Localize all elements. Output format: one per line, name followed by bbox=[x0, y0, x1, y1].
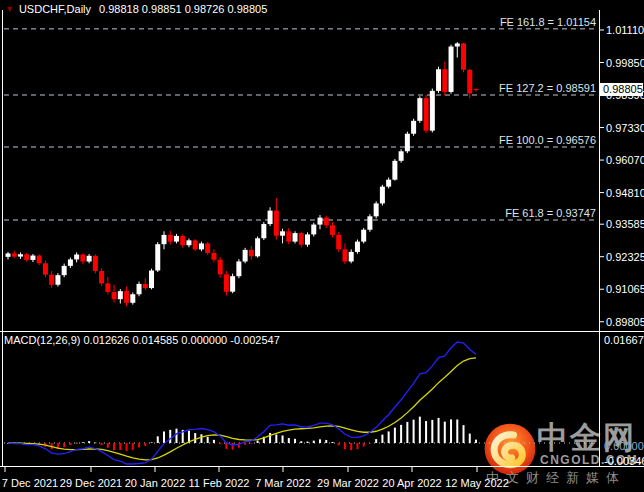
macd-hist-bar bbox=[244, 443, 246, 445]
bull-candle bbox=[255, 238, 260, 256]
macd-hist-bar bbox=[126, 443, 128, 451]
symbol-dropdown-icon[interactable]: ▼ bbox=[5, 4, 14, 14]
bull-candle bbox=[380, 187, 385, 204]
macd-hist-bar bbox=[313, 441, 315, 443]
bear-candle bbox=[342, 249, 347, 261]
macd-hist-bar bbox=[119, 443, 121, 450]
bull-candle bbox=[361, 230, 366, 242]
bear-candle bbox=[299, 233, 304, 245]
macd-hist-bar bbox=[169, 430, 171, 443]
macd-values: MACD(12,26,9) 0.012626 0.014585 0.000000… bbox=[4, 334, 280, 346]
macd-hist-bar bbox=[138, 443, 140, 447]
macd-hist-bar bbox=[257, 441, 259, 443]
bear-candle bbox=[274, 211, 279, 236]
bull-candle bbox=[318, 218, 323, 225]
chart-frame bbox=[0, 10, 644, 467]
bull-candle bbox=[411, 121, 416, 134]
macd-hist-bar bbox=[425, 421, 427, 443]
bull-candle bbox=[280, 231, 285, 235]
bull-candle bbox=[436, 69, 441, 91]
bull-candle bbox=[374, 203, 379, 216]
macd-hist-bar bbox=[394, 428, 396, 443]
bull-candle bbox=[349, 252, 354, 262]
axis-text: FE 127.2 = 0.98591 bbox=[499, 82, 596, 94]
bull-candle bbox=[30, 256, 35, 260]
macd-hist-bar bbox=[319, 439, 321, 443]
macd-label: MACD(12,26,9) 0.012626 0.014585 0.000000… bbox=[4, 334, 280, 346]
macd-hist-bar bbox=[450, 419, 452, 443]
macd-hist-bar bbox=[82, 442, 84, 443]
bull-candle bbox=[137, 284, 142, 294]
macd-hist-bar bbox=[101, 443, 103, 445]
bear-candle bbox=[180, 236, 185, 245]
macd-hist-bar bbox=[157, 436, 159, 443]
macd-hist-bar bbox=[269, 433, 271, 443]
bull-candle bbox=[62, 266, 67, 275]
macd-hist-bar bbox=[175, 429, 177, 443]
macd-hist-bar bbox=[325, 440, 327, 443]
macd-hist-bar bbox=[413, 420, 415, 443]
bear-candle bbox=[467, 70, 472, 94]
macd-main-line bbox=[8, 342, 476, 464]
bear-candle bbox=[37, 256, 42, 264]
bull-candle bbox=[268, 211, 273, 224]
bull-candle bbox=[149, 271, 154, 289]
axis-text: 0.016673 bbox=[604, 334, 644, 346]
bear-candle bbox=[99, 271, 104, 283]
ohlc-quote: 0.98818 0.98851 0.98726 0.98805 bbox=[99, 3, 267, 15]
bull-candle bbox=[74, 255, 79, 260]
macd-hist-bar bbox=[444, 422, 446, 443]
macd-hist-bar bbox=[113, 443, 115, 450]
price-axis[interactable]: 1.011100.998500.985900.973300.960700.948… bbox=[599, 24, 644, 328]
axis-text: 0.93585 bbox=[606, 218, 644, 230]
bull-candle bbox=[186, 240, 191, 245]
axis-text: 7 Mar 2022 bbox=[255, 477, 311, 489]
candlestick-series bbox=[6, 42, 479, 306]
axis-text: FE 100.0 = 0.96576 bbox=[499, 134, 596, 146]
bull-candle bbox=[118, 291, 123, 299]
macd-indicator bbox=[4, 342, 597, 464]
macd-hist-bar bbox=[331, 442, 333, 443]
macd-hist-bar bbox=[469, 434, 471, 443]
macd-hist-bar bbox=[69, 443, 71, 445]
bear-candle bbox=[43, 263, 48, 274]
bull-candle bbox=[236, 261, 241, 276]
macd-hist-bar bbox=[400, 425, 402, 443]
bull-candle bbox=[355, 242, 360, 252]
bear-candle bbox=[112, 292, 117, 299]
bear-candle bbox=[168, 235, 173, 242]
bull-candle bbox=[405, 134, 410, 152]
axis-text: 29 Mar 2022 bbox=[317, 477, 379, 489]
axis-text: -0.003462 bbox=[604, 455, 644, 467]
macd-hist-bar bbox=[419, 417, 421, 443]
macd-hist-bar bbox=[151, 442, 153, 443]
macd-hist-bar bbox=[225, 443, 227, 449]
chart-title: ▼USDCHF,Daily0.98818 0.98851 0.98726 0.9… bbox=[5, 3, 267, 15]
time-axis[interactable]: 7 Dec 202129 Dec 202120 Jan 202211 Feb 2… bbox=[2, 467, 509, 489]
bear-candle bbox=[286, 231, 291, 241]
macd-hist-bar bbox=[350, 443, 352, 450]
axis-text: FE 161.8 = 1.01154 bbox=[500, 16, 596, 28]
bull-candle bbox=[367, 216, 372, 229]
bear-candle bbox=[211, 253, 216, 260]
macd-hist-bar bbox=[294, 439, 296, 443]
macd-hist-bar bbox=[250, 443, 252, 444]
macd-hist-bar bbox=[307, 442, 309, 443]
bear-candle bbox=[12, 253, 17, 256]
macd-hist-bar bbox=[213, 440, 215, 443]
axis-text: 29 Dec 2021 bbox=[60, 477, 122, 489]
bull-candle bbox=[18, 254, 23, 256]
axis-text: 1.01110 bbox=[606, 24, 644, 36]
macd-hist-bar bbox=[200, 434, 202, 443]
bear-candle bbox=[93, 256, 98, 271]
macd-axis[interactable]: 0.0166730.000000-0.003462 bbox=[604, 334, 644, 467]
axis-text: 20 Apr 2022 bbox=[382, 477, 441, 489]
bull-candle bbox=[455, 43, 460, 46]
axis-text: 0.98805 bbox=[603, 83, 643, 95]
bear-candle bbox=[474, 89, 479, 90]
chart-canvas[interactable]: FE 161.8 = 1.01154FE 127.2 = 0.98591FE 1… bbox=[0, 0, 644, 492]
bear-candle bbox=[249, 250, 254, 256]
bear-candle bbox=[424, 98, 429, 131]
bull-candle bbox=[162, 235, 167, 244]
macd-hist-bar bbox=[94, 443, 96, 444]
